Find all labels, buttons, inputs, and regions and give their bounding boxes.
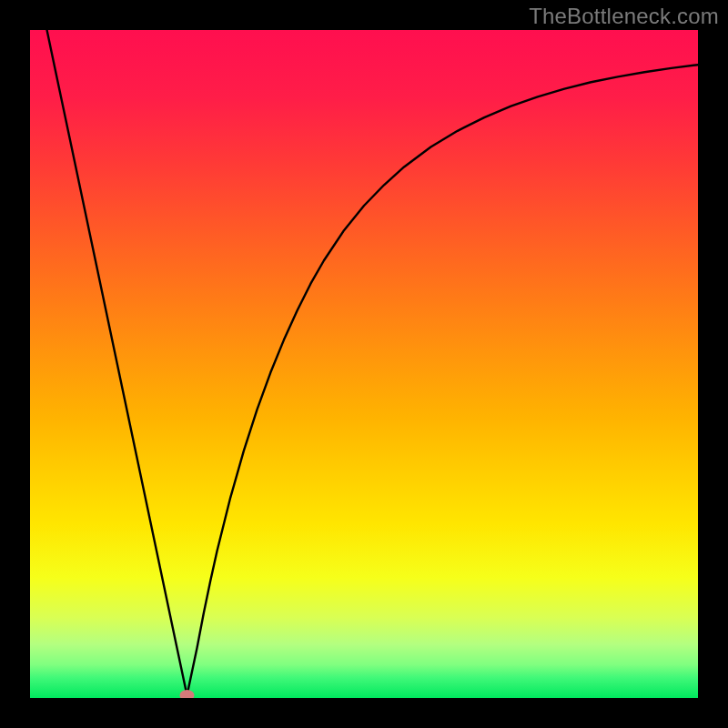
chart-svg — [30, 30, 698, 698]
watermark-text: TheBottleneck.com — [529, 4, 719, 29]
plot-area — [30, 30, 698, 698]
chart-frame: TheBottleneck.com — [0, 0, 728, 728]
gradient-background — [30, 30, 698, 698]
